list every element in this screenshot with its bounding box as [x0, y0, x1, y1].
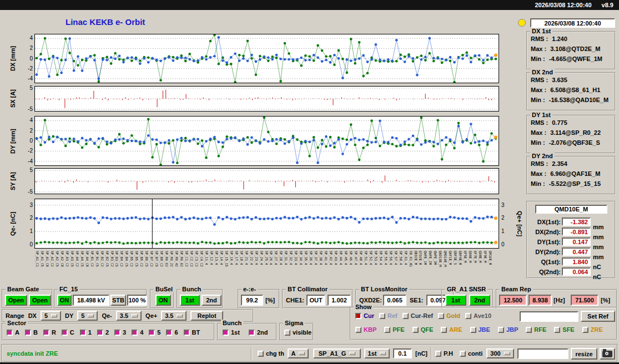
- dx-range-select[interactable]: 5: [41, 311, 61, 321]
- sector-toggle-6[interactable]: 6: [166, 329, 178, 336]
- fc15-stb-button[interactable]: STB: [110, 295, 126, 306]
- gr-snsr-1st-button[interactable]: 1st: [445, 295, 466, 306]
- gr-snsr-2nd-button[interactable]: 2nd: [469, 295, 490, 306]
- bpm-axis-label: SP_38_4: [319, 251, 323, 265]
- bpm-axis-label: SP_A2_C2: [51, 251, 54, 267]
- sigma-visible-toggle[interactable]: visible: [284, 329, 311, 336]
- checkbox-box-icon: [7, 330, 13, 336]
- bpm-axis-label: SP_14_4: [220, 251, 224, 265]
- beam-gate-open2-button[interactable]: Open: [29, 295, 51, 306]
- show-toggle-Cur-Ref[interactable]: Cur-Ref: [402, 312, 433, 319]
- ph-item: P.H: [435, 350, 453, 357]
- show-toggle-PFE[interactable]: PFE: [384, 326, 404, 333]
- chg-th-a-select[interactable]: A: [288, 348, 309, 358]
- sector-toggle-4[interactable]: 4: [132, 329, 143, 336]
- sector-toggle-1[interactable]: 1: [80, 329, 92, 336]
- group-title: Beam Rep: [500, 286, 533, 292]
- checkbox-box-icon: [379, 313, 385, 319]
- checkbox-box-icon: [384, 327, 390, 333]
- busel-group: BuSel ON: [150, 289, 174, 309]
- show-toggle-SFE[interactable]: SFE: [554, 326, 574, 333]
- show-group: Show CurRefCur-RefGoldAve10 Set Ref KBPP…: [350, 307, 617, 340]
- screenshot-button[interactable]: [600, 348, 615, 360]
- checkbox-label: BT: [192, 329, 200, 336]
- bunch-toggle-1st[interactable]: 1st: [223, 329, 240, 336]
- show-toggle-ZRE[interactable]: ZRE: [582, 326, 603, 333]
- show-toggle-JBP[interactable]: JBP: [498, 326, 518, 333]
- bunch-toggle-2nd[interactable]: 2nd: [249, 329, 268, 336]
- show-toggle-QFE[interactable]: QFE: [412, 326, 434, 333]
- bpm-axis-label: SP_57_4: [394, 251, 398, 265]
- show-toggle-Cur[interactable]: Cur: [355, 312, 374, 319]
- option-menu-dash-icon: [132, 314, 138, 317]
- bpm-axis-label: SP_43_4: [334, 251, 338, 265]
- bunch-2nd-button[interactable]: 2nd: [202, 295, 222, 306]
- checkbox-label: RFE: [534, 326, 546, 333]
- bpm-axis-label: SP_23_4: [255, 251, 259, 265]
- bunch-select[interactable]: 1st: [364, 348, 390, 358]
- checkbox-box-icon: [498, 327, 504, 333]
- fc15-on-button[interactable]: ON: [57, 295, 72, 306]
- bpm-axis-label: SP_37_4: [314, 251, 318, 265]
- bpm-axis-label: SP_61_4: [404, 251, 408, 265]
- checkbox-label: 2nd: [257, 329, 268, 336]
- checkbox-box-icon: [166, 330, 172, 336]
- stats-dx-2nd: DX 2nd RMS : 3.635 Max : 6.508@S8_61_H1 …: [526, 72, 616, 111]
- show-toggle-Gold[interactable]: Gold: [438, 312, 460, 319]
- sector-toggle-C[interactable]: C: [62, 329, 74, 336]
- stats-dy-1st: DY 1st RMS : 0.775 Max : 3.114@SP_R0_22 …: [526, 115, 616, 154]
- chg-th-toggle[interactable]: chg th: [258, 350, 284, 357]
- bpm-axis-label: QF5E_M: [464, 251, 467, 263]
- bpm-axis-label: SP_B6_C2: [140, 251, 144, 267]
- busel-on-button[interactable]: ON: [155, 295, 171, 306]
- sigma-items: visible: [284, 329, 311, 336]
- sector-toggle-R[interactable]: R: [43, 329, 56, 336]
- show-toggle-ARE[interactable]: ARE: [441, 326, 462, 333]
- checkbox-label: ZRE: [591, 326, 603, 333]
- checkbox-label: 3: [123, 329, 126, 336]
- show-toggle-Ave10[interactable]: Ave10: [465, 312, 491, 319]
- beam-rep-field-1: 12.500: [499, 295, 527, 306]
- sy-steering-plot: 5-5SY [A]: [34, 168, 499, 194]
- bpm-axis-label: SP_B3_C5: [115, 251, 119, 267]
- sector-toggle-2[interactable]: 2: [97, 329, 109, 336]
- show-toggle-Ref[interactable]: Ref: [379, 312, 397, 319]
- replot-button[interactable]: Replot: [190, 311, 223, 321]
- titlebar-version: v8.9: [602, 2, 613, 8]
- dx-range-value: 5: [44, 312, 48, 319]
- che1-value-field: 1.002: [328, 295, 351, 306]
- show-toggle-KBP[interactable]: KBP: [355, 326, 376, 333]
- checkbox-label: A: [15, 329, 19, 336]
- sector-toggle-3[interactable]: 3: [114, 329, 126, 336]
- bpm-axis-label: SP_B7_C5: [155, 251, 159, 267]
- qem-range-select[interactable]: 3.5: [116, 311, 142, 321]
- sector-toggle-A[interactable]: A: [7, 329, 19, 336]
- show-toggle-JBE[interactable]: JBE: [470, 326, 490, 333]
- y-tick-label: 0: [21, 241, 33, 247]
- y-tick-label: -5: [21, 106, 33, 112]
- sector-toggle-BT[interactable]: BT: [184, 329, 200, 336]
- status-led: [518, 19, 526, 27]
- ref-file-input[interactable]: [520, 311, 578, 322]
- qep-range-select[interactable]: 3.5: [161, 311, 187, 321]
- group-title: Show: [354, 304, 373, 310]
- buffer-size-select[interactable]: 300: [486, 348, 514, 358]
- bpm-axis-label: SP_R0_42: [175, 251, 179, 267]
- y-tick-label: 1: [501, 228, 514, 234]
- statusbar-input[interactable]: [517, 348, 568, 359]
- sector-toggle-5[interactable]: 5: [149, 329, 160, 336]
- bpm-select[interactable]: SP_A1_G: [313, 348, 361, 358]
- show-toggle-RFE[interactable]: RFE: [526, 326, 546, 333]
- sector-toggle-B[interactable]: B: [25, 329, 38, 336]
- page-title: Linac KEKB e- Orbit: [66, 17, 145, 27]
- ph-toggle[interactable]: P.H: [435, 350, 453, 357]
- bunch-1st-button[interactable]: 1st: [180, 295, 200, 306]
- dy-range-select[interactable]: 5: [77, 311, 98, 321]
- set-ref-button[interactable]: Set Ref: [581, 311, 615, 322]
- threshold-field[interactable]: 0.1: [393, 348, 412, 358]
- conti-toggle[interactable]: conti: [460, 350, 482, 357]
- bpm-axis-label: SP_A2_C5: [56, 251, 59, 267]
- resize-button[interactable]: resize: [571, 348, 597, 360]
- group-title: Sigma: [283, 320, 305, 326]
- beam-gate-open1-button[interactable]: Open: [5, 295, 27, 306]
